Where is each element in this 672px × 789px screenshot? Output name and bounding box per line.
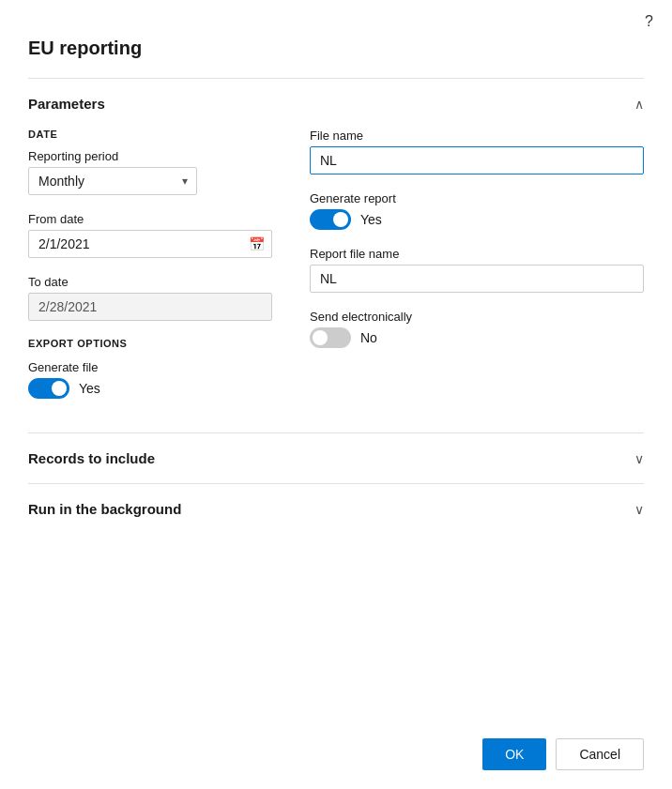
generate-file-label: Generate file bbox=[28, 360, 272, 374]
background-section: Run in the background ∨ bbox=[28, 483, 644, 534]
generate-report-toggle-label: Yes bbox=[360, 212, 382, 227]
date-column: DATE Reporting period Monthly Quarterly … bbox=[28, 129, 272, 399]
report-file-name-label: Report file name bbox=[310, 247, 644, 261]
export-options-section: EXPORT OPTIONS Generate file Yes bbox=[28, 338, 272, 399]
parameters-section-header[interactable]: Parameters ∧ bbox=[28, 79, 644, 129]
parameters-two-col: DATE Reporting period Monthly Quarterly … bbox=[28, 129, 644, 399]
reporting-period-label: Reporting period bbox=[28, 149, 272, 163]
file-name-input[interactable] bbox=[310, 146, 644, 174]
records-section: Records to include ∨ bbox=[28, 432, 644, 483]
footer: OK Cancel bbox=[482, 738, 644, 770]
ok-button[interactable]: OK bbox=[482, 738, 546, 770]
send-electronically-label: Send electronically bbox=[310, 310, 644, 324]
parameters-section: Parameters ∧ DATE Reporting period Month… bbox=[28, 78, 644, 421]
from-date-label: From date bbox=[28, 212, 272, 226]
generate-report-group: Generate report Yes bbox=[310, 191, 644, 230]
export-options-label: EXPORT OPTIONS bbox=[28, 338, 272, 349]
background-section-header[interactable]: Run in the background ∨ bbox=[28, 484, 644, 534]
generate-file-toggle-label: Yes bbox=[79, 381, 100, 396]
from-date-wrapper: 📅 bbox=[28, 230, 272, 258]
records-section-header[interactable]: Records to include ∨ bbox=[28, 433, 644, 483]
file-name-group: File name bbox=[310, 129, 644, 174]
to-date-label: To date bbox=[28, 275, 272, 289]
reporting-period-group: Reporting period Monthly Quarterly Yearl… bbox=[28, 149, 272, 195]
report-file-name-group: Report file name bbox=[310, 247, 644, 293]
page-title: EU reporting bbox=[0, 0, 672, 78]
send-electronically-toggle[interactable] bbox=[310, 327, 351, 348]
records-section-title: Records to include bbox=[28, 450, 155, 466]
file-name-column: File name Generate report Yes bbox=[310, 129, 644, 399]
send-electronically-toggle-label: No bbox=[360, 330, 377, 345]
send-electronically-group: Send electronically No bbox=[310, 310, 644, 348]
generate-file-toggle-row: Yes bbox=[28, 378, 272, 399]
send-electronically-toggle-thumb bbox=[313, 330, 328, 345]
generate-file-toggle-thumb bbox=[52, 381, 67, 396]
parameters-section-title: Parameters bbox=[28, 96, 105, 112]
parameters-chevron-icon: ∧ bbox=[634, 97, 644, 112]
generate-file-toggle[interactable] bbox=[28, 378, 69, 399]
file-name-label: File name bbox=[310, 129, 644, 143]
date-label: DATE bbox=[28, 129, 272, 140]
to-date-wrapper bbox=[28, 293, 272, 321]
send-electronically-toggle-row: No bbox=[310, 327, 644, 348]
parameters-section-body: DATE Reporting period Monthly Quarterly … bbox=[28, 129, 644, 421]
records-chevron-icon: ∨ bbox=[634, 451, 644, 466]
report-file-name-input[interactable] bbox=[310, 265, 644, 293]
generate-report-toggle[interactable] bbox=[310, 209, 351, 230]
background-section-title: Run in the background bbox=[28, 501, 181, 517]
to-date-group: To date bbox=[28, 275, 272, 321]
from-date-input[interactable] bbox=[28, 230, 272, 258]
from-date-calendar-icon[interactable]: 📅 bbox=[249, 236, 265, 251]
cancel-button[interactable]: Cancel bbox=[556, 738, 644, 770]
generate-report-label: Generate report bbox=[310, 191, 644, 205]
generate-report-toggle-row: Yes bbox=[310, 209, 644, 230]
to-date-input bbox=[28, 293, 272, 321]
background-chevron-icon: ∨ bbox=[634, 502, 644, 517]
reporting-period-select[interactable]: Monthly Quarterly Yearly bbox=[28, 167, 197, 195]
reporting-period-select-wrapper: Monthly Quarterly Yearly ▾ bbox=[28, 167, 197, 195]
help-icon[interactable]: ? bbox=[645, 13, 653, 30]
generate-report-toggle-thumb bbox=[333, 212, 348, 227]
from-date-group: From date 📅 bbox=[28, 212, 272, 258]
